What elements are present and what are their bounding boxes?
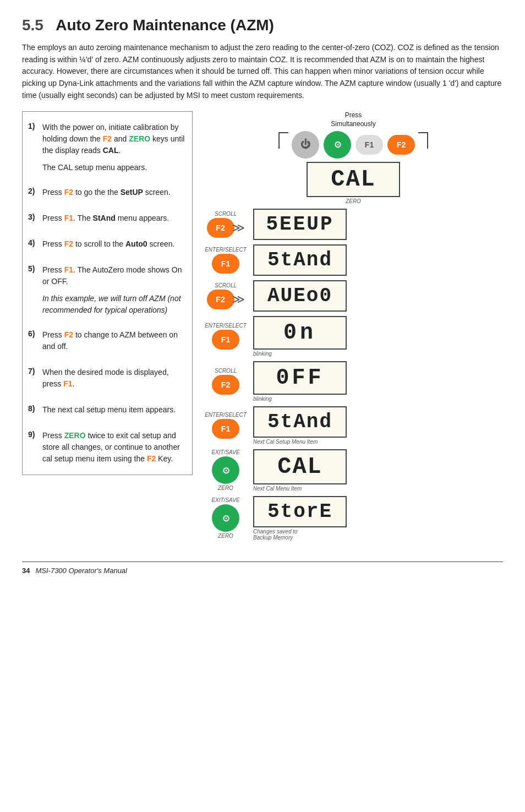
exit-label-2: EXIT/SAVE (211, 497, 239, 503)
enter-label-2: ENTER/SELECT (205, 323, 247, 329)
footer-title: MSI-7300 Operator's Manual (35, 566, 127, 575)
step-3: 3) Press F1. The StAnd menu appears. (23, 208, 192, 228)
f1-key-enter-3[interactable]: F1 (212, 419, 239, 439)
step-8-num: 8) (28, 404, 42, 413)
step-6: 6) Press F2 to change to AZM between on … (23, 325, 192, 357)
display-off: 0FF (253, 361, 347, 395)
off-blinking-label: blinking (253, 396, 272, 402)
diag-display-store: 5torE Changes saved toBackup Memory (253, 496, 347, 541)
diag-display-on: 0n blinking (253, 316, 347, 357)
step-2-num: 2) (28, 187, 42, 195)
step-9-num: 9) (28, 430, 42, 439)
step-4: 4) Press F2 to scroll to the Auto0 scree… (23, 234, 192, 254)
display-cal: CAL (307, 162, 400, 197)
zero-key-sim[interactable]: ⊙ (324, 131, 351, 159)
step-4-num: 4) (28, 238, 42, 247)
step-5-sub: In this example, we will turn off AZM (n… (23, 292, 192, 319)
f2-key-sim[interactable]: F2 (387, 135, 415, 155)
display-store: 5torE (253, 496, 347, 527)
section-number: 5.5 (22, 17, 43, 34)
step-7-text: When the desired mode is displayed, pres… (42, 367, 185, 390)
cal-zero-label: ZERO (346, 198, 361, 204)
diag-action-scroll-3: SCROLL F2 (204, 368, 248, 395)
scroll-label-1: SCROLL (215, 211, 237, 217)
display-setup: 5EEUP (253, 209, 347, 240)
step-4-text: Press F2 to scroll to the Auto0 screen. (42, 238, 185, 250)
step-1-sub: The CAL setup menu appears. (23, 161, 192, 177)
scroll-label-3: SCROLL (215, 368, 237, 374)
step-1-num: 1) (28, 122, 42, 130)
enter-label-1: ENTER/SELECT (205, 247, 247, 253)
step-8: 8) The next cal setup menu item appears. (23, 400, 192, 420)
display-auto0: AUEo0 (253, 280, 347, 312)
step-2-text: Press F2 to go the the SetUP screen. (42, 187, 185, 198)
scroll-double-arrow-2: ≫ (232, 292, 245, 307)
changes-saved-label: Changes saved toBackup Memory (253, 528, 298, 541)
section-title: 5.5 Auto Zero Maintenance (AZM) (22, 17, 503, 34)
display-stand-1: 5tAnd (253, 244, 347, 276)
diag-action-exit-1: EXIT/SAVE ⊙ ZERO (204, 449, 248, 491)
f2-key-scroll-2[interactable]: F2 (207, 290, 234, 309)
f1-key-enter-2[interactable]: F1 (212, 330, 239, 350)
next-cal-menu-label: Next Cal Menu Item (253, 486, 302, 492)
diag-display-auto0: AUEo0 (253, 280, 347, 312)
diag-display-cal-2: CAL Next Cal Menu Item (253, 449, 347, 492)
display-cal-2: CAL (253, 449, 347, 484)
zero-label-2: ZERO (218, 533, 233, 539)
scroll-double-arrow-1: ≫ (232, 221, 245, 235)
next-cal-setup-label: Next Cal Setup Menu Item (253, 439, 318, 445)
diag-display-stand-2: 5tAnd Next Cal Setup Menu Item (253, 406, 347, 445)
step-5-text: Press F1. The AutoZero mode shows On or … (42, 264, 185, 287)
diag-display-off: 0FF blinking (253, 361, 347, 402)
step-3-text: Press F1. The StAnd menu appears. (42, 212, 185, 224)
step-5: 5) Press F1. The AutoZero mode shows On … (23, 260, 192, 292)
exit-label-1: EXIT/SAVE (211, 449, 239, 455)
intro-paragraph: The employs an auto zeroing maintenance … (22, 42, 503, 101)
footer-page: 34 (22, 566, 30, 575)
f1-key-sim[interactable]: F1 (356, 135, 383, 155)
diag-action-exit-2: EXIT/SAVE ⊙ ZERO (204, 497, 248, 539)
f2-key-scroll-1[interactable]: F2 (207, 218, 234, 238)
f1-key-enter-1[interactable]: F1 (212, 254, 239, 274)
diag-action-enter-2: ENTER/SELECT F1 (204, 323, 248, 350)
step-1-text: With the power on, initiate calibration … (42, 122, 185, 156)
f2-ref: F2 (103, 134, 112, 143)
zero-label-1: ZERO (218, 485, 233, 491)
zero-ref: ZERO (129, 134, 150, 143)
step-7: 7) When the desired mode is displayed, p… (23, 362, 192, 394)
diag-action-enter-3: ENTER/SELECT F1 (204, 412, 248, 439)
step-9: 9) Press ZERO twice to exit cal setup an… (23, 426, 192, 469)
zero-key-exit-2[interactable]: ⊙ (212, 504, 239, 532)
display-on: 0n (253, 316, 347, 350)
title-text: Auto Zero Maintenance (AZM) (56, 17, 274, 34)
main-layout: 1) With the power on, initiate calibrati… (22, 111, 503, 544)
step-6-num: 6) (28, 329, 42, 338)
on-blinking-label: blinking (253, 351, 272, 357)
enter-label-3: ENTER/SELECT (205, 412, 247, 418)
step-3-num: 3) (28, 212, 42, 221)
display-stand-2: 5tAnd (253, 406, 347, 438)
step-2: 2) Press F2 to go the the SetUP screen. (23, 182, 192, 203)
step-6-text: Press F2 to change to AZM between on and… (42, 329, 185, 352)
step-9-text: Press ZERO twice to exit cal setup and s… (42, 430, 185, 465)
press-simultaneously-label: PressSimultaneously (331, 111, 375, 128)
steps-column: 1) With the power on, initiate calibrati… (22, 111, 193, 475)
diagram-column: PressSimultaneously ⏻ ⊙ F1 F2 CAL ZERO (193, 111, 503, 544)
scroll-label-2: SCROLL (215, 282, 237, 288)
step-5-num: 5) (28, 264, 42, 273)
step-7-num: 7) (28, 367, 42, 375)
diag-action-enter-1: ENTER/SELECT F1 (204, 247, 248, 274)
diag-display-setup: 5EEUP (253, 209, 347, 240)
step-1: 1) With the power on, initiate calibrati… (23, 117, 192, 161)
zero-key-exit-1[interactable]: ⊙ (212, 456, 239, 484)
power-key[interactable]: ⏻ (292, 131, 319, 159)
f2-key-scroll-3[interactable]: F2 (212, 375, 239, 395)
diag-action-scroll-2: SCROLL F2 ≫ (204, 282, 248, 309)
footer: 34 MSI-7300 Operator's Manual (22, 562, 503, 575)
diag-action-scroll-1: SCROLL F2 ≫ (204, 211, 248, 238)
step-8-text: The next cal setup menu item appears. (42, 404, 185, 416)
diag-display-stand-1: 5tAnd (253, 244, 347, 276)
